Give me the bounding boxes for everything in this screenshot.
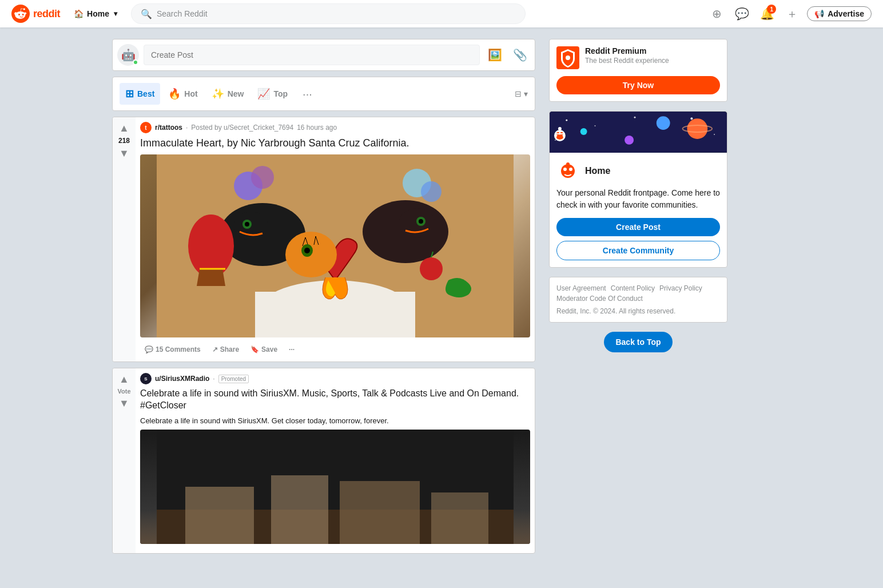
downvote-btn-sirius[interactable]: ▼ bbox=[118, 397, 130, 410]
sort-top-btn[interactable]: 📈 Top bbox=[252, 83, 293, 105]
add-btn[interactable]: ＋ bbox=[782, 3, 802, 24]
downvote-btn-tattoo[interactable]: ▼ bbox=[118, 147, 130, 160]
search-placeholder: Search Reddit bbox=[157, 9, 208, 18]
premium-header: Reddit Premium The best Reddit experienc… bbox=[556, 46, 720, 69]
popular-icon: ⊕ bbox=[712, 7, 722, 21]
svg-point-37 bbox=[714, 134, 715, 135]
sirius-icon: S bbox=[140, 373, 152, 384]
svg-point-42 bbox=[625, 136, 634, 145]
share-icon: ↗ bbox=[212, 345, 218, 353]
sidebar-create-post-btn[interactable]: Create Post bbox=[556, 218, 720, 236]
svg-point-33 bbox=[594, 125, 595, 126]
popular-icon-btn[interactable]: ⊕ bbox=[706, 3, 727, 24]
image-upload-btn[interactable]: 🖼️ bbox=[484, 45, 505, 65]
space-banner bbox=[550, 112, 727, 153]
home-card-header: Home bbox=[556, 160, 720, 182]
home-nav-chevron: ▾ bbox=[114, 10, 117, 18]
home-card: Home Your personal Reddit frontpage. Com… bbox=[549, 111, 727, 268]
sidebar: Reddit Premium The best Reddit experienc… bbox=[549, 39, 727, 559]
more-btn-tattoo[interactable]: ··· bbox=[284, 342, 299, 357]
snoo-avatar bbox=[556, 160, 579, 182]
main-layout: 🤖 🖼️ 📎 ⊞ Best 🔥 Hot ✨ New bbox=[98, 27, 785, 571]
vote-column-sirius: ▲ Vote ▼ bbox=[113, 368, 136, 553]
footer-links: User Agreement Content Policy Privacy Po… bbox=[556, 284, 720, 303]
comments-label-tattoo: 15 Comments bbox=[156, 345, 201, 353]
sirius-image bbox=[140, 430, 530, 544]
vote-count-tattoo: 218 bbox=[118, 137, 130, 145]
save-icon: 🔖 bbox=[250, 345, 259, 353]
sort-hot-btn[interactable]: 🔥 Hot bbox=[162, 83, 203, 105]
svg-point-54 bbox=[569, 168, 572, 171]
advertise-btn[interactable]: 📢 Advertise bbox=[807, 6, 872, 21]
share-btn-tattoo[interactable]: ↗ Share bbox=[208, 342, 244, 357]
vote-label-sirius: Vote bbox=[117, 388, 130, 395]
svg-point-18 bbox=[421, 181, 442, 202]
view-icon: ⊟ bbox=[515, 89, 522, 98]
sort-new-icon: ✨ bbox=[212, 88, 224, 100]
footer-link-user-agreement[interactable]: User Agreement bbox=[556, 284, 606, 292]
svg-point-47 bbox=[556, 135, 563, 140]
home-nav[interactable]: 🏠 Home ▾ bbox=[69, 7, 122, 21]
save-label-tattoo: Save bbox=[261, 345, 277, 353]
promoted-separator: · bbox=[213, 375, 214, 383]
svg-point-32 bbox=[566, 120, 567, 121]
sort-best-btn[interactable]: ⊞ Best bbox=[120, 83, 160, 105]
home-card-title: Home bbox=[585, 166, 610, 176]
post-card-sirius: ▲ Vote ▼ S u/SiriusXMRadio · Promoted Ce… bbox=[112, 368, 535, 554]
svg-rect-3 bbox=[255, 292, 415, 337]
svg-point-36 bbox=[690, 117, 693, 120]
svg-point-53 bbox=[563, 168, 567, 171]
link-icon: 📎 bbox=[513, 48, 527, 62]
premium-title: Reddit Premium bbox=[585, 46, 669, 55]
premium-subtitle: The best Reddit experience bbox=[585, 57, 669, 65]
svg-point-41 bbox=[657, 116, 670, 130]
view-chevron: ▾ bbox=[524, 89, 528, 98]
sort-more-btn[interactable]: ··· bbox=[298, 85, 317, 103]
create-post-input[interactable] bbox=[144, 45, 480, 65]
reddit-logo[interactable]: reddit bbox=[11, 5, 60, 23]
search-icon: 🔍 bbox=[141, 9, 152, 19]
upvote-btn-tattoo[interactable]: ▲ bbox=[118, 122, 130, 134]
post-time-tattoo: 16 hours ago bbox=[297, 124, 337, 132]
create-post-bar: 🤖 🖼️ 📎 bbox=[112, 39, 535, 71]
upvote-btn-sirius[interactable]: ▲ bbox=[118, 373, 130, 386]
post-separator: · bbox=[186, 124, 188, 132]
subreddit-icon-tattoo: t bbox=[140, 122, 152, 133]
save-btn-tattoo[interactable]: 🔖 Save bbox=[246, 342, 282, 357]
footer-card: User Agreement Content Policy Privacy Po… bbox=[549, 277, 727, 323]
header-actions: ⊕ 💬 🔔 1 ＋ 📢 Advertise bbox=[706, 3, 872, 24]
share-label-tattoo: Share bbox=[220, 345, 239, 353]
post-card-tattoo: ▲ 218 ▼ t r/tattoos · Posted by u/Secret… bbox=[112, 117, 535, 362]
subreddit-name-tattoo[interactable]: r/tattoos bbox=[155, 124, 182, 132]
sort-hot-label: Hot bbox=[184, 89, 197, 98]
svg-point-21 bbox=[420, 257, 443, 280]
svg-point-11 bbox=[419, 219, 423, 224]
post-author-tattoo: Posted by u/Secret_Cricket_7694 bbox=[191, 124, 293, 132]
chat-icon: 💬 bbox=[735, 7, 749, 21]
comments-btn-tattoo[interactable]: 💬 15 Comments bbox=[140, 342, 205, 357]
plus-icon: ＋ bbox=[786, 6, 798, 22]
chat-icon-btn[interactable]: 💬 bbox=[731, 3, 752, 24]
back-to-top-btn[interactable]: Back to Top bbox=[604, 332, 672, 352]
sirius-name[interactable]: u/SiriusXMRadio bbox=[155, 375, 209, 383]
footer-link-content-policy[interactable]: Content Policy bbox=[611, 284, 655, 292]
reddit-icon bbox=[11, 5, 30, 23]
premium-card: Reddit Premium The best Reddit experienc… bbox=[549, 39, 727, 102]
sort-top-icon: 📈 bbox=[257, 88, 270, 100]
notification-badge: 1 bbox=[767, 5, 776, 14]
more-icon: ··· bbox=[289, 345, 295, 353]
home-nav-icon: 🏠 bbox=[74, 9, 83, 18]
try-now-btn[interactable]: Try Now bbox=[556, 76, 720, 94]
home-nav-label: Home bbox=[87, 9, 109, 18]
footer-link-privacy-policy[interactable]: Privacy Policy bbox=[659, 284, 702, 292]
search-bar[interactable]: 🔍 Search Reddit bbox=[131, 3, 526, 24]
sort-view-toggle[interactable]: ⊟ ▾ bbox=[515, 89, 528, 98]
sort-new-btn[interactable]: ✨ New bbox=[206, 83, 250, 105]
post-content-tattoo: t r/tattoos · Posted by u/Secret_Cricket… bbox=[136, 117, 535, 361]
footer-link-moderator-code[interactable]: Moderator Code Of Conduct bbox=[556, 295, 643, 303]
notification-btn[interactable]: 🔔 1 bbox=[757, 3, 777, 24]
svg-point-30 bbox=[566, 55, 570, 60]
link-btn[interactable]: 📎 bbox=[510, 45, 530, 65]
create-community-btn[interactable]: Create Community bbox=[556, 241, 720, 260]
svg-point-16 bbox=[251, 166, 274, 189]
